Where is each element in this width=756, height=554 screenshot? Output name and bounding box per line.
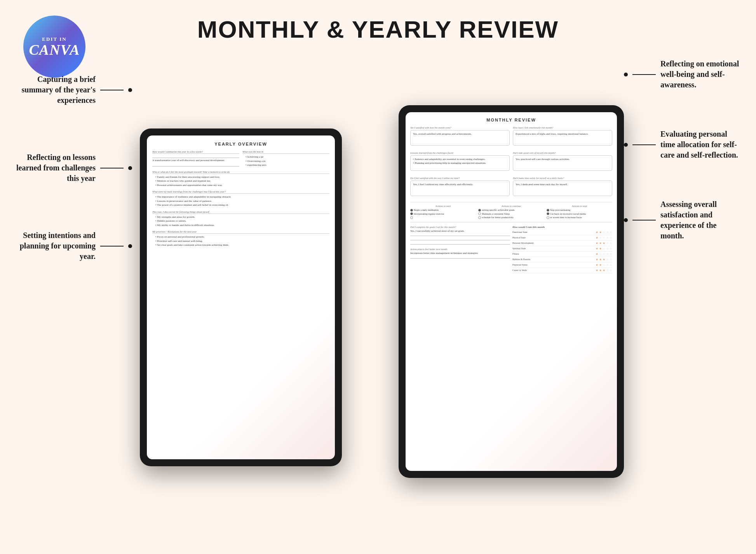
- mr-q5: Do I feel satisfied with the way I utili…: [410, 177, 510, 179]
- rating-physical-stars: ★ ☆ ☆ ☆ ☆: [596, 236, 612, 240]
- yr-a1b-2: Overcoming a m: [242, 159, 329, 163]
- mr-a6: Yes, I dedicated some time each day for …: [516, 183, 610, 187]
- rating-emotional-label: Emotional State: [512, 231, 528, 233]
- yr-a1: A transformative year of self-discovery …: [152, 159, 239, 163]
- rating-physical: Physical State ★ ☆ ☆ ☆ ☆: [512, 235, 612, 241]
- yr-a5-3: Set clear goals and take consistent acti…: [152, 243, 329, 247]
- yr-a1b-1: Achieving a pe: [242, 155, 329, 159]
- action-stop-1: Stop procrastinating: [547, 208, 612, 212]
- mr-a2: Experienced a mix of highs and lows, req…: [516, 132, 610, 136]
- mr-a7: Yes, I successfully achieved most of my …: [410, 229, 510, 233]
- yr-a2-1: Family and friends for their unwavering …: [152, 175, 329, 179]
- actions-start-header: Actions to start: [410, 205, 476, 207]
- radio-continue-1: [478, 209, 481, 212]
- annotation-reflecting-lessons: Reflecting on lessons learned from chall…: [16, 152, 132, 184]
- action-continue-1: setting specific achievable goals: [478, 208, 544, 212]
- mr-a3-1: • Patience and adaptability are essentia…: [413, 158, 507, 162]
- yr-q1b-col: What was the best th Achieving a pe Over…: [242, 150, 329, 167]
- action-continue-3-text: schedule for better productivity: [482, 216, 514, 219]
- action-continue-3: schedule for better productivity: [478, 216, 544, 219]
- annotation-setting-intentions-text: Setting intentions and planning for upco…: [16, 230, 96, 262]
- mr-middle-grid: Lessons learned from the challenges face…: [410, 151, 612, 174]
- radio-start-3: [410, 216, 413, 219]
- yr-q2: Who or what do I feel the most gratitude…: [152, 170, 329, 174]
- annotation-evaluating-time-text: Evaluating personal time allocation for …: [660, 129, 740, 160]
- action-stop-1-text: Stop procrastinating: [550, 208, 571, 211]
- annotation-capturing-text: Capturing a brief summary of the year's …: [16, 74, 96, 106]
- yr-a4-1: My strengths and areas for growth.: [152, 215, 329, 219]
- action-stop-3-text: or screen time to increase focus: [550, 216, 582, 219]
- yr-a3-1: The importance of resilience and adaptab…: [152, 195, 329, 199]
- radio-start-1: [410, 209, 413, 212]
- actions-continue-header: Actions to continue: [478, 205, 544, 207]
- annotation-dot-r2: [624, 143, 628, 147]
- mr-q2: How have I felt emotionally this month?: [513, 126, 612, 129]
- annotation-capturing: Capturing a brief summary of the year's …: [16, 74, 132, 106]
- yearly-title: YEARLY OVERVIEW: [152, 142, 329, 146]
- monthly-screen: MONTHLY REVIEW Am I satisfied with how t…: [406, 112, 617, 471]
- mr-q9: Action plan to feel better next month: [410, 248, 510, 250]
- annotation-dot-r3: [624, 218, 628, 222]
- yr-q3: What were my main learnings from the cha…: [152, 190, 329, 194]
- yr-a4-2: Hidden passions or talents.: [152, 219, 329, 223]
- yr-a2-3: Personal achievements and opportunities …: [152, 183, 329, 188]
- mr-q1: Am I satisfied with how the month went?: [410, 126, 510, 129]
- radio-continue-2: [478, 212, 481, 215]
- yr-q4: This year, I discovered the following th…: [152, 210, 329, 214]
- mr-q1-section: Am I satisfied with how the month went? …: [410, 126, 510, 146]
- radio-stop-2: [547, 212, 549, 215]
- rating-hobbies-stars: ★ ★ ★ ☆ ☆: [596, 258, 612, 261]
- rating-personal-dev: Personal Development ★ ★ ★ ☆ ☆: [512, 241, 612, 246]
- yr-section-1: How would I summarize this year in a few…: [152, 150, 329, 167]
- mr-q4: Did I take good care of myself this mont…: [513, 151, 612, 154]
- yr-a2-2: Mentors or teachers who guided and inspi…: [152, 179, 329, 183]
- yr-a1b-3: experiencing pers: [242, 163, 329, 167]
- annotation-reflecting-emotional: Reflecting on emotional well-being and s…: [624, 59, 740, 90]
- yr-a5-2: Prioritize self-care and mental well-bei…: [152, 239, 329, 243]
- annotation-assessing-text: Assessing overall satisfaction and exper…: [660, 199, 740, 241]
- yr-a5-1: Focus on personal and professional growt…: [152, 235, 329, 239]
- mr-q6-section: Did I make time solely for myself on a d…: [513, 177, 612, 196]
- mr-q7-section: Did I complete the goals I set for this …: [410, 226, 510, 245]
- rating-spiritual-stars: ★ ★ ☆ ☆ ☆: [596, 247, 612, 250]
- rating-career-label: Career or Work: [512, 269, 527, 271]
- rating-personal-dev-stars: ★ ★ ★ ☆ ☆: [596, 241, 612, 245]
- annotation-dot-r1: [624, 73, 628, 76]
- mr-a9: Incorporate better time management techn…: [410, 252, 510, 255]
- rating-spiritual-label: Spiritual State: [512, 247, 526, 250]
- radio-continue-3: [478, 216, 481, 219]
- rating-hobbies-label: Hobbies & Passion: [512, 258, 530, 261]
- rating-financial-stars: ★ ★ ☆ ☆ ☆: [596, 263, 612, 267]
- actions-stop-col: Actions to stop Stop procrastinating Cut…: [547, 205, 612, 220]
- rating-fitness: Fitness ★ ☆ ☆ ☆ ☆: [512, 252, 612, 257]
- yr-q5: My priorities / Resolutions for the next…: [152, 230, 329, 234]
- annotation-dot-1: [128, 88, 132, 92]
- rating-financial: Financial Status ★ ★ ☆ ☆ ☆: [512, 262, 612, 268]
- yearly-tablet: YEARLY OVERVIEW How would I summarize th…: [140, 129, 342, 466]
- action-stop-3: or screen time to increase focus: [547, 216, 612, 219]
- yr-section-5: My priorities / Resolutions for the next…: [152, 230, 329, 247]
- annotation-reflecting-emotional-text: Reflecting on emotional well-being and s…: [660, 59, 740, 90]
- rating-career: Career or Work ★ ★ ★ ☆ ☆: [512, 268, 612, 273]
- annotation-line-1: [100, 90, 124, 90]
- yr-q1-col: How would I summarize this year in a few…: [152, 150, 239, 167]
- annotation-line-3: [100, 246, 124, 247]
- action-start-1-text: Begin a daily meditation: [414, 208, 439, 211]
- rating-emotional-stars: ★ ★ ☆ ☆ ☆: [596, 231, 612, 234]
- yr-section-2: Who or what do I feel the most gratitude…: [152, 170, 329, 188]
- rating-fitness-stars: ★ ☆ ☆ ☆ ☆: [596, 252, 612, 256]
- mr-a1-box: Yes, overall satisfied with progress and…: [410, 130, 510, 146]
- goals-rating-section: Did I complete the goals I set for this …: [410, 226, 612, 273]
- action-stop-2-text: Cut back on excessive social media: [550, 212, 586, 215]
- annotation-dot-2: [128, 166, 132, 170]
- mr-a3-box: • Patience and adaptability are essentia…: [410, 155, 510, 171]
- action-continue-2-text: Maintain a consistent Sleep: [482, 212, 510, 215]
- annotation-evaluating-time: Evaluating personal time allocation for …: [624, 129, 740, 160]
- annotation-line-r2: [632, 144, 656, 145]
- yr-q1b: What was the best th: [242, 150, 329, 154]
- yr-section-3: What were my main learnings from the cha…: [152, 190, 329, 207]
- action-start-2-text: Incorporating regular exercise: [414, 212, 444, 215]
- actions-stop-header: Actions to stop: [547, 205, 612, 207]
- annotation-dot-3: [128, 244, 132, 248]
- rating-financial-label: Financial Status: [512, 264, 528, 266]
